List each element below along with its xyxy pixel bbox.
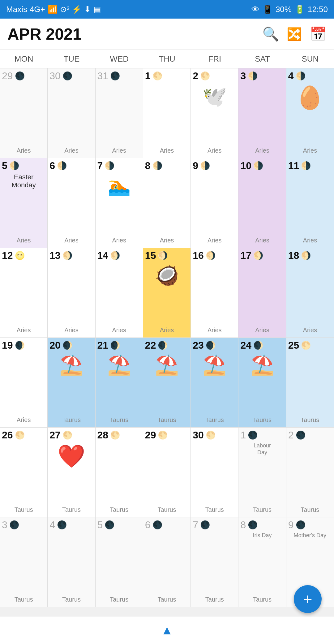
- day-header-fri: FRI: [191, 50, 238, 68]
- table-row[interactable]: 29🌕 Taurus: [143, 428, 191, 517]
- share-icon[interactable]: 🔀: [287, 27, 302, 41]
- day-header-mon: MON: [0, 50, 48, 68]
- add-event-button[interactable]: +: [294, 585, 322, 613]
- battery-icon: 🔋: [295, 5, 305, 14]
- bottom-nav: ▲: [0, 616, 334, 644]
- table-row[interactable]: 3🌑 Taurus: [0, 517, 48, 607]
- table-row[interactable]: 23🌒 ⛱️ Taurus: [191, 338, 238, 428]
- nav-up-icon[interactable]: ▲: [161, 623, 173, 637]
- table-row[interactable]: 19🌒 Aries: [0, 338, 48, 428]
- search-icon[interactable]: 🔍: [262, 26, 279, 42]
- table-row[interactable]: 1🌑 LabourDay Taurus: [238, 428, 286, 517]
- carrier-text: Maxis: [6, 5, 27, 14]
- table-row[interactable]: 4🌗 🥚 Aries: [286, 68, 334, 158]
- table-row[interactable]: 6🌑 Taurus: [143, 517, 191, 607]
- status-bar: Maxis 4G+ 📶 ⊙² ⚡ ⬇ ▤ 👁 📱 30% 🔋 12:50: [0, 0, 334, 19]
- calendar-icon[interactable]: 📅: [310, 26, 327, 42]
- usb-icon: ⚡: [72, 5, 82, 14]
- table-row[interactable]: 25🌕 Taurus: [286, 338, 334, 428]
- day-header-thu: THU: [143, 50, 191, 68]
- eye-icon: 👁: [251, 5, 259, 14]
- battery-text: 30%: [276, 5, 292, 14]
- signal-icon: 📶: [48, 5, 58, 14]
- notes-icon: ▤: [93, 5, 101, 14]
- table-row[interactable]: 31🌑 Aries: [96, 68, 143, 158]
- phone-icon: 📱: [263, 5, 272, 14]
- table-row[interactable]: 8🌗 Aries: [143, 158, 191, 248]
- plus-icon: +: [303, 590, 312, 608]
- header-actions: 🔍 🔀 📅: [262, 26, 327, 42]
- day-header-wed: WED: [96, 50, 143, 68]
- table-row[interactable]: 7🌗 🏊 Aries: [96, 158, 143, 248]
- table-row[interactable]: 13🌖 Aries: [48, 248, 95, 338]
- status-right: 👁 📱 30% 🔋 12:50: [251, 5, 328, 14]
- table-row[interactable]: 21🌒 ⛱️ Taurus: [96, 338, 143, 428]
- table-row[interactable]: 29🌑 Aries: [0, 68, 48, 158]
- table-row[interactable]: 22🌒 ⛱️ Taurus: [143, 338, 191, 428]
- download-icon: ⬇: [84, 5, 91, 14]
- table-row[interactable]: 30🌕 Taurus: [191, 428, 238, 517]
- table-row[interactable]: 2🌕 🕊️ Aries: [191, 68, 238, 158]
- table-row[interactable]: 9🌗 Aries: [191, 158, 238, 248]
- day-header-tue: TUE: [48, 50, 95, 68]
- table-row[interactable]: 28🌕 Taurus: [96, 428, 143, 517]
- table-row[interactable]: 27🌕 ❤️ Taurus: [48, 428, 95, 517]
- table-row[interactable]: 17🌖 Aries: [238, 248, 286, 338]
- table-row[interactable]: 30🌑 Aries: [48, 68, 95, 158]
- day-headers-row: MON TUE WED THU FRI SAT SUN: [0, 50, 334, 68]
- table-row[interactable]: 4🌑 Taurus: [48, 517, 95, 607]
- table-row[interactable]: 1🌕 Aries: [143, 68, 191, 158]
- table-row[interactable]: 24🌒 ⛱️ Taurus: [238, 338, 286, 428]
- network-type: 4G+: [30, 5, 45, 14]
- table-row[interactable]: 12🌝 Aries: [0, 248, 48, 338]
- table-row[interactable]: 8🌑 Iris Day Taurus: [238, 517, 286, 607]
- wifi-icon: ⊙²: [60, 5, 70, 14]
- table-row[interactable]: 6🌗 Aries: [48, 158, 95, 248]
- table-row[interactable]: 14🌖 Aries: [96, 248, 143, 338]
- calendar-grid: 29🌑 Aries 30🌑 Aries 31🌑 Aries 1🌕 Aries 2…: [0, 68, 334, 607]
- table-row[interactable]: 7🌑 Taurus: [191, 517, 238, 607]
- table-row[interactable]: 11🌗 Aries: [286, 158, 334, 248]
- table-row[interactable]: 3🌗 Aries: [238, 68, 286, 158]
- time-text: 12:50: [308, 5, 328, 14]
- table-row[interactable]: 26🌕 Taurus: [0, 428, 48, 517]
- table-row[interactable]: 15🌖 🥥 Aries: [143, 248, 191, 338]
- day-header-sat: SAT: [238, 50, 286, 68]
- table-row[interactable]: 10🌗 Aries: [238, 158, 286, 248]
- table-row[interactable]: 18🌖 Aries: [286, 248, 334, 338]
- calendar-header: APR 2021 🔍 🔀 📅: [0, 19, 334, 50]
- table-row[interactable]: 16🌖 Aries: [191, 248, 238, 338]
- table-row[interactable]: 2🌑 Taurus: [286, 428, 334, 517]
- month-year-title: APR 2021: [7, 25, 82, 43]
- table-row[interactable]: 5🌗 EasterMonday Aries: [0, 158, 48, 248]
- table-row[interactable]: 5🌑 Taurus: [96, 517, 143, 607]
- status-left: Maxis 4G+ 📶 ⊙² ⚡ ⬇ ▤: [6, 5, 101, 14]
- table-row[interactable]: 20🌒 ⛱️ Taurus: [48, 338, 95, 428]
- day-header-sun: SUN: [286, 50, 334, 68]
